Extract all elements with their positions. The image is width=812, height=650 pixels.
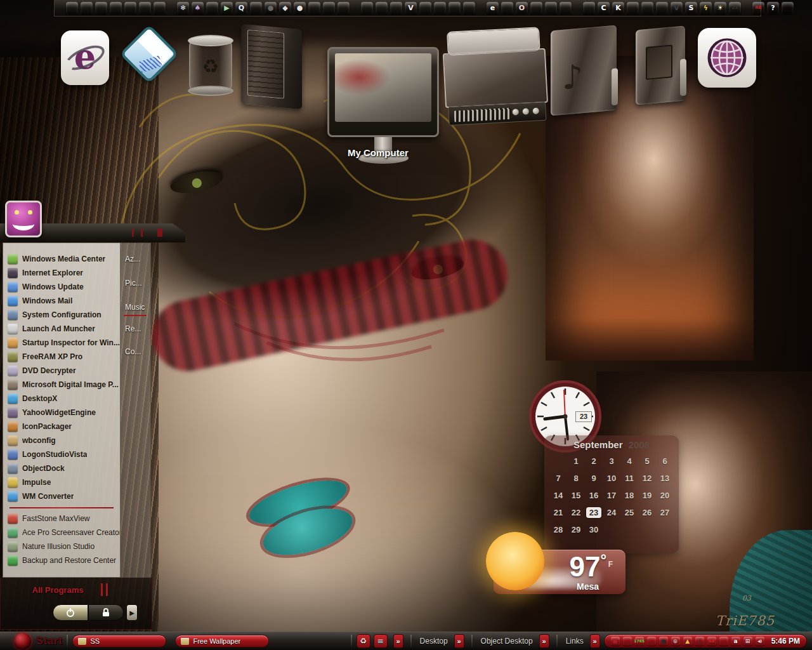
- calendar-day-cell[interactable]: 27: [656, 505, 674, 520]
- tray-icon-a-badge-tray[interactable]: a: [731, 637, 740, 646]
- tray-icon-impulse-tray[interactable]: [647, 637, 656, 646]
- calendar-day-cell[interactable]: 3: [603, 453, 620, 468]
- taskbar-clock[interactable]: 5:46 PM: [771, 637, 800, 646]
- dock-icon-colorpic[interactable]: C: [598, 2, 610, 14]
- calendar-day-cell[interactable]: 5: [638, 453, 656, 468]
- external-drive-desktop-icon[interactable]: [442, 27, 549, 132]
- calendar-day-cell[interactable]: 16: [585, 488, 603, 503]
- start-menu-item[interactable]: DesktopX: [3, 392, 120, 406]
- dock-icon-rb-badge[interactable]: RB: [752, 2, 764, 14]
- dock-icon-notepad-doc[interactable]: [583, 2, 595, 14]
- calendar-day-cell[interactable]: 23: [585, 505, 603, 520]
- calendar-day-cell[interactable]: 26: [638, 505, 656, 520]
- start-menu-item[interactable]: Internet Explorer: [3, 266, 120, 280]
- dock-icon-maxthon-browser[interactable]: [530, 2, 542, 14]
- dock-icon-toolbox[interactable]: [641, 2, 653, 14]
- dock-icon-green-gem[interactable]: [323, 2, 335, 14]
- calendar-day-cell[interactable]: 18: [620, 488, 638, 503]
- calendar-day-cell[interactable]: 8: [567, 470, 585, 486]
- side-item-recent[interactable]: Re...: [125, 324, 141, 333]
- power-button[interactable]: [53, 604, 88, 621]
- tray-icon-photo-tray[interactable]: [719, 637, 728, 646]
- calendar-day-cell[interactable]: 4: [620, 453, 638, 468]
- start-menu-item[interactable]: FastStone MaxView: [3, 512, 120, 526]
- dock-icon-magnifier[interactable]: [545, 2, 557, 14]
- dock-icon-drive-dark[interactable]: [449, 2, 461, 14]
- calendar-day-cell[interactable]: 21: [549, 505, 567, 520]
- dock-icon-folder-apps[interactable]: [66, 2, 78, 14]
- toolbar-desktop-chevron[interactable]: »: [454, 634, 464, 648]
- quick-launch-button-notepad[interactable]: ≡: [374, 634, 388, 648]
- tray-icon-media-player-tray[interactable]: ●: [611, 637, 620, 646]
- tray-icon-gear-tray[interactable]: ⊕: [671, 637, 680, 646]
- dock-icon-folder-dark[interactable]: [81, 2, 93, 14]
- dock-icon-folder-tools[interactable]: [154, 2, 166, 14]
- dock-icon-floppy-save[interactable]: [390, 2, 402, 14]
- calendar-day-cell[interactable]: 25: [620, 505, 638, 520]
- calendar-day-cell[interactable]: 9: [585, 470, 603, 486]
- side-item-pictures[interactable]: Pic...: [125, 279, 142, 288]
- calendar-day-cell[interactable]: 29: [567, 522, 585, 537]
- side-item-user[interactable]: Az...: [125, 255, 140, 263]
- dock-icon-globe-sphere[interactable]: [501, 2, 513, 14]
- dock-icon-folder-users[interactable]: [95, 2, 107, 14]
- dock-icon-nero-circle[interactable]: ●: [294, 2, 306, 14]
- tray-icon-volume-tray[interactable]: ◀): [756, 637, 764, 646]
- dock-icon-paint-palette[interactable]: [206, 2, 218, 14]
- dock-icon-folder-docs[interactable]: [110, 2, 122, 14]
- start-menu-item[interactable]: Windows Mail: [3, 294, 120, 308]
- documents-folder-desktop-icon[interactable]: [241, 24, 302, 109]
- start-menu-item[interactable]: Backup and Restore Center: [3, 554, 120, 567]
- toolbar-links[interactable]: Links: [566, 637, 584, 646]
- start-menu-item[interactable]: System Configuration: [3, 308, 120, 322]
- start-menu-item[interactable]: FreeRAM XP Pro: [3, 350, 120, 364]
- calendar-day-cell[interactable]: 13: [656, 470, 674, 486]
- taskbar-task-button[interactable]: Free Wallpaper: [175, 635, 269, 647]
- start-menu-item[interactable]: LogonStudioVista: [3, 448, 120, 461]
- internet-explorer-desktop-icon[interactable]: e: [61, 30, 109, 85]
- dock-icon-art-tool[interactable]: [560, 2, 572, 14]
- dock-icon-media-player[interactable]: ▶: [221, 2, 233, 14]
- start-menu-item[interactable]: IconPackager: [3, 420, 120, 434]
- calendar-day-cell[interactable]: 22: [567, 505, 585, 520]
- dock-icon-folder-media[interactable]: [124, 2, 136, 14]
- calendar-day-cell[interactable]: [549, 453, 567, 468]
- calendar-day-cell[interactable]: 24: [603, 505, 620, 520]
- dock-icon-kmplayer[interactable]: K: [612, 2, 624, 14]
- calendar-day-cell[interactable]: 12: [638, 470, 656, 486]
- calendar-day-cell[interactable]: 10: [603, 470, 620, 486]
- dock-icon-winrar-diamond[interactable]: ◆: [279, 2, 291, 14]
- dock-icon-s-app[interactable]: S: [685, 2, 697, 14]
- dock-icon-checker-v[interactable]: V: [671, 2, 683, 14]
- start-menu-item[interactable]: WM Converter: [3, 489, 120, 503]
- tray-icon-firefox-tray[interactable]: [623, 637, 632, 646]
- dock-icon-quicktime[interactable]: Q: [235, 2, 247, 14]
- dock-icon-dvd-disc[interactable]: ●: [265, 2, 277, 14]
- dock-icon-orange-box[interactable]: [337, 2, 350, 14]
- dock-icon-winamp[interactable]: ♠: [192, 2, 204, 14]
- start-menu-item[interactable]: Ace Pro Screensaver Creator: [3, 526, 120, 540]
- tray-icon-pen-tray[interactable]: /: [695, 637, 704, 646]
- dock-icon-wallpaper-scene[interactable]: [782, 2, 794, 14]
- tray-icon-ad-muncher-fly[interactable]: ●: [659, 637, 668, 646]
- calendar-day-cell[interactable]: 11: [620, 470, 638, 486]
- dock-icon-folder-zip[interactable]: [463, 2, 475, 14]
- start-menu-item[interactable]: Windows Update: [3, 280, 120, 294]
- toolbar-object-desktop-chevron[interactable]: »: [539, 634, 549, 648]
- toolbar-object-desktop[interactable]: Object Desktop: [481, 637, 533, 646]
- dock-icon-folder-system[interactable]: [139, 2, 151, 14]
- start-menu-item[interactable]: Nature Illusion Studio: [3, 540, 120, 554]
- dock-icon-drive-light[interactable]: [434, 2, 446, 14]
- dock-icon-calendar-day[interactable]: 23: [729, 2, 741, 14]
- all-programs-button[interactable]: All Programs: [20, 585, 96, 595]
- start-menu-item[interactable]: YahooWidgetEngine: [3, 406, 120, 420]
- toolbar-desktop[interactable]: Desktop: [420, 637, 448, 646]
- start-menu-item[interactable]: wbconfig: [3, 434, 120, 448]
- dock-icon-help-question[interactable]: ?: [767, 2, 779, 14]
- music-folder-desktop-icon[interactable]: ♪: [551, 25, 617, 116]
- calendar-day-cell[interactable]: 20: [656, 488, 674, 503]
- dock-icon-weather-sun[interactable]: ☀: [714, 2, 726, 14]
- calendar-day-cell[interactable]: 1: [567, 453, 585, 468]
- dock-icon-shield-v[interactable]: V: [405, 2, 417, 14]
- start-button-label[interactable]: Start: [36, 635, 62, 647]
